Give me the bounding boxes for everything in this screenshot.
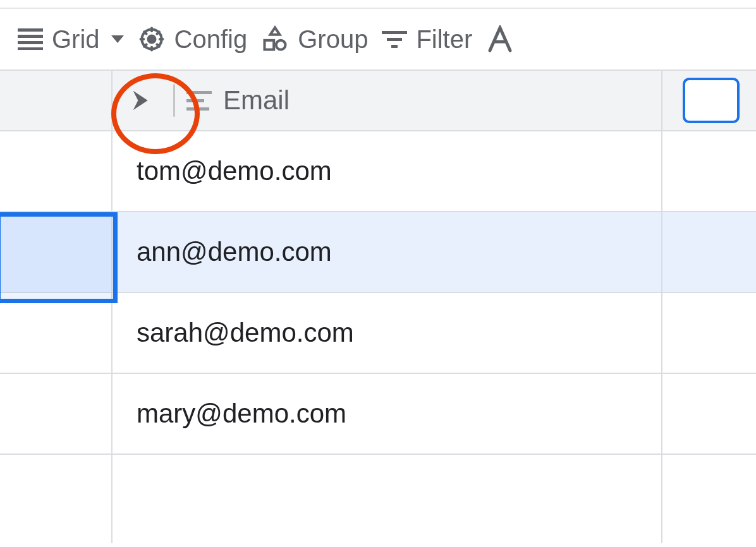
expand-column-button[interactable] [124,81,162,119]
column-header-email-label: Email [223,85,290,116]
svg-rect-2 [18,41,43,44]
gear-icon [138,25,166,53]
config-label: Config [174,25,248,54]
svg-rect-9 [387,38,402,41]
svg-point-4 [148,36,155,43]
cell-email-value: ann@demo.com [137,237,332,267]
row-handle[interactable] [0,293,113,373]
group-button[interactable]: Group [261,25,368,54]
cell-next[interactable] [662,374,756,454]
cell-email[interactable]: mary@demo.com [113,374,662,454]
cell-email[interactable]: tom@demo.com [113,131,662,211]
svg-rect-12 [186,99,204,102]
cell-next[interactable] [662,455,756,543]
cell-email-value: sarah@demo.com [137,318,354,348]
column-header-next[interactable] [662,71,756,130]
group-label: Group [298,25,368,54]
top-edge [0,0,756,9]
svg-point-7 [276,40,286,50]
table-row[interactable]: sarah@demo.com [0,293,756,374]
svg-rect-8 [382,31,407,34]
row-handle[interactable] [0,455,113,543]
cell-next[interactable] [662,293,756,373]
cell-email[interactable] [113,455,662,543]
cell-email-value: tom@demo.com [137,156,332,186]
view-grid-button[interactable]: Grid [18,25,124,54]
header-input-box[interactable] [683,78,740,123]
svg-rect-11 [186,91,212,94]
filter-icon [382,30,407,49]
table-row-empty[interactable] [0,455,756,543]
grid-lines-icon [18,28,43,50]
filter-button[interactable]: Filter [382,25,472,54]
column-header-email[interactable]: Email [113,71,662,130]
column-resize-handle[interactable] [173,84,175,117]
svg-rect-3 [18,47,43,50]
group-shapes-icon [261,25,289,53]
toolbar-extra-button[interactable] [487,25,513,53]
view-grid-label: Grid [52,25,100,54]
column-header-row: Email [0,71,756,131]
cell-next[interactable] [662,212,756,292]
data-grid: tom@demo.com ann@demo.com sarah@demo.com… [0,131,756,543]
svg-rect-0 [18,28,43,32]
svg-rect-13 [186,107,209,111]
row-handle[interactable] [0,212,113,292]
row-header-column[interactable] [0,71,113,130]
svg-rect-6 [265,40,274,50]
text-type-icon [186,90,212,111]
filter-label: Filter [416,25,472,54]
row-handle[interactable] [0,131,113,211]
cell-next[interactable] [662,131,756,211]
cell-email[interactable]: ann@demo.com [113,212,662,292]
svg-rect-1 [18,35,43,38]
caret-down-icon [111,35,124,43]
config-button[interactable]: Config [138,25,248,54]
svg-rect-10 [391,45,398,48]
cell-email-value: mary@demo.com [137,399,346,429]
table-row[interactable]: mary@demo.com [0,374,756,455]
table-row[interactable]: ann@demo.com [0,212,756,293]
cell-email[interactable]: sarah@demo.com [113,293,662,373]
letter-a-icon [487,25,513,53]
row-handle[interactable] [0,374,113,454]
toolbar: Grid Config Group [0,9,756,71]
table-row[interactable]: tom@demo.com [0,131,756,212]
